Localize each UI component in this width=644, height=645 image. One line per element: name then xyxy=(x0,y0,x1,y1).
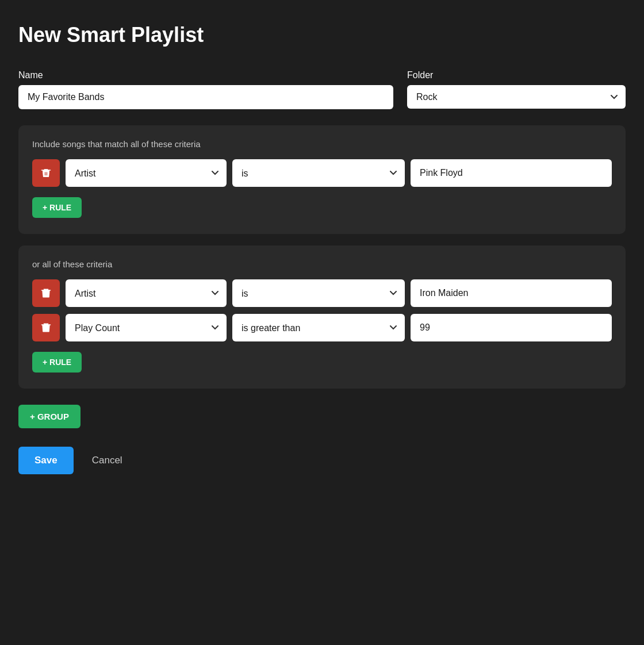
rule-operator-select-playcount[interactable]: is is not is greater than is greater tha… xyxy=(232,314,405,341)
rule-operator-select[interactable]: is is not contains does not contain xyxy=(232,159,405,187)
name-label: Name xyxy=(18,70,393,80)
page-title: New Smart Playlist xyxy=(18,23,626,47)
rule-row: Artist Album Title Genre Play Count Year… xyxy=(32,159,612,187)
trash-icon xyxy=(40,287,52,299)
add-rule-button-1[interactable]: + RULE xyxy=(32,197,82,218)
criteria-group-2-label: or all of these criteria xyxy=(32,259,612,269)
add-rule-button-2[interactable]: + RULE xyxy=(32,352,82,373)
rule-row: Artist Album Title Genre Play Count Year… xyxy=(32,314,612,341)
svg-rect-2 xyxy=(47,172,47,175)
rule-value-input[interactable] xyxy=(411,159,612,187)
folder-label: Folder xyxy=(407,70,626,80)
rule-row: Artist Album Title Genre Play Count Year… xyxy=(32,279,612,307)
save-button[interactable]: Save xyxy=(18,447,74,474)
rule-operator-select-artist2[interactable]: is is not contains does not contain xyxy=(232,279,405,307)
folder-select[interactable]: Rock Pop Jazz Classical xyxy=(407,85,626,109)
name-input[interactable] xyxy=(18,85,393,109)
rule-field-select-artist2[interactable]: Artist Album Title Genre Play Count Year… xyxy=(66,279,227,307)
svg-rect-0 xyxy=(44,169,48,170)
add-group-button[interactable]: + GROUP xyxy=(18,405,80,428)
folder-field-group: Folder Rock Pop Jazz Classical xyxy=(407,70,626,109)
svg-rect-1 xyxy=(45,172,45,175)
rule-value-input-artist2[interactable] xyxy=(411,279,612,307)
trash-icon xyxy=(40,322,52,333)
rule-field-select-playcount[interactable]: Artist Album Title Genre Play Count Year… xyxy=(66,314,227,341)
delete-rule-button[interactable] xyxy=(32,159,60,187)
criteria-group-1: Include songs that match all of these cr… xyxy=(18,125,626,234)
footer-buttons: Save Cancel xyxy=(18,447,626,474)
delete-rule-button[interactable] xyxy=(32,314,60,341)
rule-value-input-playcount[interactable] xyxy=(411,314,612,341)
criteria-group-2: or all of these criteria Artist Album Ti… xyxy=(18,245,626,389)
delete-rule-button[interactable] xyxy=(32,279,60,307)
rule-field-select[interactable]: Artist Album Title Genre Play Count Year… xyxy=(66,159,227,187)
name-folder-row: Name Folder Rock Pop Jazz Classical xyxy=(18,70,626,109)
name-field-group: Name xyxy=(18,70,393,109)
criteria-group-1-label: Include songs that match all of these cr… xyxy=(32,139,612,149)
trash-icon xyxy=(40,167,52,179)
cancel-button[interactable]: Cancel xyxy=(80,447,134,474)
